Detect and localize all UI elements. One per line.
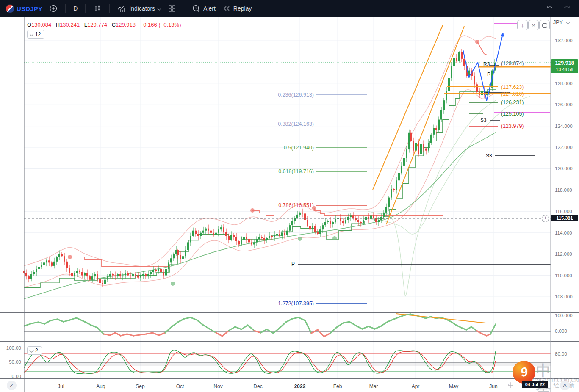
candle-body [53, 262, 55, 266]
collapse-button[interactable]: × [528, 20, 539, 30]
candle-body [79, 271, 80, 272]
layout-grid-button[interactable] [164, 3, 180, 14]
indicators-button[interactable]: Indicators [114, 3, 164, 14]
chart-canvas[interactable]: 0.236(126.913)0.382(124.163)0.5(121.940)… [0, 0, 579, 392]
ohlc-legend[interactable]: O130.084 H130.241 L129.774 C129.918 −0.1… [27, 22, 184, 28]
candle-body [119, 274, 121, 276]
sar-flip-dot-red [475, 40, 479, 44]
auto-scale-button[interactable]: A [560, 381, 570, 390]
momentum-segment [362, 326, 368, 329]
candle-body [327, 221, 329, 222]
price-tick-label: 124.000 [555, 124, 573, 129]
candle-body [94, 274, 96, 276]
candle-body [117, 274, 119, 276]
alert-button[interactable]: Alert [188, 3, 219, 14]
momentum-segment [260, 329, 267, 333]
interval-button[interactable]: D [70, 3, 81, 14]
candle-body [140, 276, 141, 278]
candle-body [401, 166, 402, 173]
candle-body [403, 158, 405, 166]
last-price-value: 129.918 [551, 60, 578, 67]
candle-body [415, 143, 417, 151]
compare-button[interactable] [46, 3, 61, 14]
candle-body [261, 237, 263, 238]
stoch-period-chip[interactable]: 2 [27, 346, 42, 355]
candle-body [456, 58, 457, 61]
pivot-period-chip[interactable]: 12 [27, 30, 44, 39]
panel2-left-tick-label: 100.00 [6, 345, 21, 351]
scroll-down-button[interactable]: ↓ [517, 20, 528, 30]
maximize-button[interactable] [539, 20, 550, 30]
panel1-trendline[interactable] [396, 314, 486, 323]
candle-body [125, 273, 126, 276]
candle-body [51, 262, 53, 266]
symbol-button[interactable]: USDJPY [3, 3, 46, 14]
undo-icon[interactable] [545, 5, 554, 12]
momentum-segment [64, 320, 70, 322]
candle-body [56, 257, 58, 262]
currency-label: JPY [553, 19, 563, 25]
timezone-button[interactable]: Z [7, 381, 17, 390]
candle-body [180, 255, 181, 259]
candle-body [30, 274, 32, 279]
candle-body [38, 267, 40, 269]
candle-body [398, 173, 400, 181]
pivot-label: S3 [486, 153, 492, 159]
candle-body [418, 143, 419, 154]
candle-body [435, 128, 437, 130]
candle-body [408, 133, 410, 149]
momentum-segment [466, 327, 471, 330]
momentum-segment [76, 318, 85, 322]
candle-body [41, 265, 42, 267]
time-tick-label: Oct [176, 384, 184, 389]
trailing-stop-line [70, 257, 170, 267]
candle-body [81, 272, 83, 276]
sar-flip-dot-red [250, 208, 255, 213]
candle-body [330, 221, 331, 224]
level-value-label: (123.979) [501, 123, 524, 129]
candle-body [258, 237, 260, 239]
currency-selector[interactable]: JPY [553, 19, 570, 25]
candle-body [152, 270, 154, 272]
momentum-segment [273, 328, 280, 333]
time-tick-label: Mar [369, 384, 378, 389]
sar-flip-dot-green [332, 236, 337, 240]
candle-body [97, 274, 98, 279]
momentum-segment [292, 317, 299, 319]
redo-icon[interactable] [562, 5, 571, 12]
candle-body [135, 274, 136, 276]
candle-body [474, 76, 475, 84]
candle-body [213, 233, 214, 235]
low-value: 129.774 [87, 22, 107, 28]
candle-body [423, 144, 424, 149]
candle-body [71, 273, 73, 277]
momentum-segment [172, 322, 178, 327]
momentum-segment [248, 325, 254, 331]
replay-button[interactable]: Replay [219, 3, 255, 14]
time-tick-label: Feb [333, 384, 342, 389]
fib-retracement-group[interactable]: 0.236(126.913)0.382(124.163)0.5(121.940)… [278, 92, 367, 306]
add-alert-plus-icon[interactable]: + [542, 215, 549, 222]
momentum-segment [241, 325, 248, 329]
candle-body [266, 238, 268, 240]
momentum-segment [286, 319, 292, 322]
candle-body [443, 100, 445, 110]
trend-channel-line[interactable] [386, 26, 464, 224]
candle-body [192, 231, 194, 236]
price-tick-label: 116.000 [555, 209, 572, 214]
candle-body [182, 256, 184, 259]
candle-body [215, 233, 217, 235]
candle-body [225, 232, 227, 236]
candle-body [230, 235, 232, 240]
time-axis-labels[interactable]: JulAugSepOctNovDec2022FebMarAprMayJun [58, 384, 497, 389]
fib-level-label: 0.786(116.551) [278, 202, 314, 208]
candle-body [446, 91, 447, 100]
candle-body [299, 213, 301, 215]
momentum-segment [140, 334, 146, 335]
alert-clock-icon [192, 4, 201, 13]
candle-body [58, 254, 60, 257]
fib-level-label: 0.5(121.940) [284, 145, 314, 151]
candle-body [332, 222, 334, 224]
chevron-down-icon [157, 6, 161, 10]
chart-style-button[interactable] [90, 3, 105, 14]
